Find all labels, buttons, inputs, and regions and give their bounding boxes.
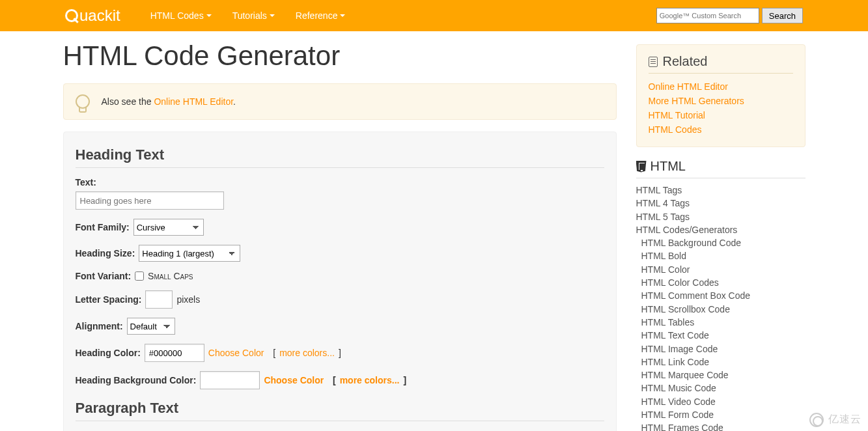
related-link[interactable]: HTML Codes: [649, 123, 793, 137]
side-link[interactable]: HTML Marquee Code: [641, 370, 729, 380]
alignment-label: Alignment:: [76, 321, 123, 331]
choose-bgcolor-link[interactable]: Choose Color: [264, 375, 324, 385]
side-link[interactable]: HTML 4 Tags: [636, 198, 690, 208]
side-link[interactable]: HTML Tables: [641, 317, 695, 327]
side-link[interactable]: HTML Form Code: [641, 410, 714, 420]
side-link[interactable]: HTML Color: [641, 264, 690, 275]
heading-size-select[interactable]: Heading 1 (largest): [139, 245, 240, 262]
search-area: Search: [656, 8, 803, 23]
side-link[interactable]: HTML Video Code: [641, 396, 716, 407]
heading-color-input[interactable]: [145, 344, 204, 362]
logo-text: uackit: [79, 7, 120, 25]
main-content: HTML Code Generator Also see the Online …: [63, 31, 617, 431]
side-link[interactable]: HTML Link Code: [641, 357, 710, 367]
smallcaps-option: Small Caps: [148, 271, 193, 281]
heading-color-label: Heading Color:: [76, 348, 141, 358]
more-bgcolors-link[interactable]: more colors...: [340, 375, 400, 385]
paragraph-section-title: Paragraph Text: [76, 400, 604, 421]
side-link[interactable]: HTML Text Code: [641, 330, 709, 341]
alert-link[interactable]: Online HTML Editor: [154, 96, 233, 107]
generator-panel: Heading Text Text: Font Family: Cursive …: [63, 132, 617, 431]
side-link[interactable]: HTML Color Codes: [641, 277, 719, 288]
info-alert: Also see the Online HTML Editor.: [63, 83, 617, 120]
text-label: Text:: [76, 177, 96, 188]
side-link[interactable]: HTML 5 Tags: [636, 212, 690, 222]
search-button[interactable]: Search: [762, 8, 803, 23]
caret-down-icon: [340, 14, 345, 17]
related-box: Related Online HTML Editor More HTML Gen…: [636, 44, 805, 147]
html-nav-list: HTML Tags HTML 4 Tags HTML 5 Tags HTML C…: [636, 184, 805, 431]
heading-section-title: Heading Text: [76, 146, 604, 168]
search-input[interactable]: [656, 8, 759, 23]
sidebar: Related Online HTML Editor More HTML Gen…: [636, 31, 805, 431]
caret-down-icon: [206, 14, 212, 17]
navbar: uackit HTML Codes Tutorials Reference Se…: [0, 0, 868, 31]
side-link[interactable]: HTML Comment Box Code: [641, 290, 751, 301]
related-link[interactable]: Online HTML Editor: [649, 80, 793, 94]
side-link[interactable]: HTML Background Code: [641, 238, 742, 248]
smallcaps-checkbox[interactable]: [135, 271, 144, 281]
heading-size-label: Heading Size:: [76, 248, 135, 258]
caret-down-icon: [270, 14, 275, 17]
side-link[interactable]: HTML Tags: [636, 185, 682, 195]
nav-tutorials[interactable]: Tutorials: [222, 1, 285, 30]
side-link[interactable]: HTML Music Code: [641, 383, 716, 393]
html5-icon: [636, 161, 647, 173]
watermark-icon: [809, 413, 824, 427]
choose-color-link[interactable]: Choose Color: [208, 348, 264, 358]
letter-spacing-label: Letter Spacing:: [76, 294, 142, 305]
lightbulb-icon: [76, 94, 90, 109]
bg-color-label: Heading Background Color:: [76, 375, 197, 385]
side-link[interactable]: HTML Codes/Generators: [636, 225, 738, 235]
magnify-q-icon: [65, 9, 78, 22]
font-variant-label: Font Variant:: [76, 271, 132, 281]
font-family-select[interactable]: Cursive: [133, 219, 204, 236]
bg-color-input[interactable]: [200, 371, 260, 389]
side-link[interactable]: HTML Bold: [641, 251, 687, 261]
logo[interactable]: uackit: [65, 7, 120, 25]
alert-text: Also see the Online HTML Editor.: [102, 96, 236, 107]
letter-spacing-unit: pixels: [176, 294, 200, 305]
side-link[interactable]: HTML Scrollbox Code: [641, 304, 730, 314]
page-title: HTML Code Generator: [63, 40, 617, 72]
side-link[interactable]: HTML Image Code: [641, 344, 718, 354]
alignment-select[interactable]: Default: [127, 318, 175, 335]
more-colors-link[interactable]: more colors...: [279, 348, 335, 358]
nav-reference[interactable]: Reference: [285, 1, 356, 30]
document-icon: [649, 57, 658, 67]
html-nav-heading: HTML: [636, 159, 805, 178]
heading-text-input[interactable]: [76, 191, 224, 210]
related-heading: Related: [649, 54, 793, 74]
nav-html-codes[interactable]: HTML Codes: [140, 1, 222, 30]
letter-spacing-input[interactable]: [145, 290, 173, 309]
side-link[interactable]: HTML Frames Code: [641, 423, 723, 431]
font-family-label: Font Family:: [76, 222, 130, 232]
related-link[interactable]: HTML Tutorial: [649, 109, 793, 122]
watermark: 亿速云: [809, 413, 861, 427]
related-link[interactable]: More HTML Generators: [649, 94, 793, 108]
